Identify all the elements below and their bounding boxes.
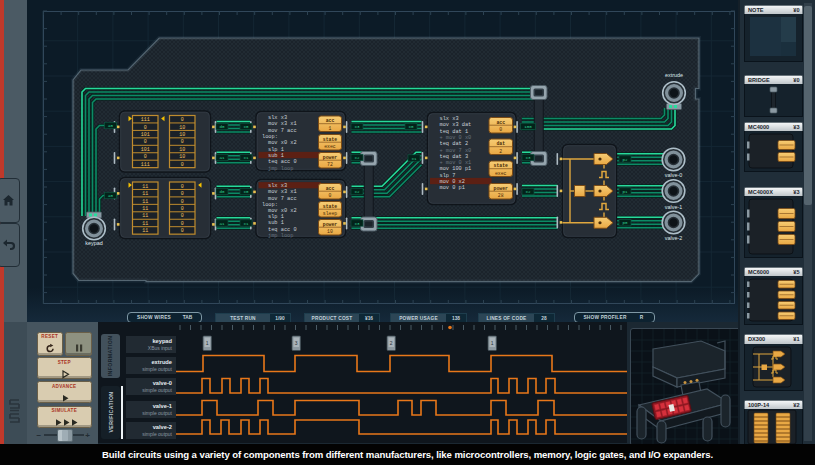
svg-text:0: 0 bbox=[499, 127, 502, 132]
svg-text:loop:: loop: bbox=[262, 134, 278, 140]
svg-text:keypad: keypad bbox=[85, 240, 102, 246]
svg-text:jmp loop: jmp loop bbox=[268, 233, 293, 239]
svg-text:x0: x0 bbox=[243, 190, 249, 194]
svg-text:11: 11 bbox=[142, 199, 148, 205]
svg-text:0: 0 bbox=[181, 184, 184, 190]
svg-text:0: 0 bbox=[181, 191, 184, 197]
svg-text:0: 0 bbox=[181, 213, 184, 219]
svg-text:p0: p0 bbox=[622, 221, 628, 225]
svg-text:10: 10 bbox=[179, 147, 185, 153]
svg-text:x3: x3 bbox=[354, 222, 360, 226]
svg-text:x2: x2 bbox=[354, 190, 360, 194]
svg-text:1: 1 bbox=[206, 340, 209, 346]
svg-text:mov x0 x2: mov x0 x2 bbox=[268, 140, 297, 146]
svg-text:sleep: sleep bbox=[323, 211, 338, 216]
svg-text:exec: exec bbox=[495, 171, 507, 176]
svg-text:0: 0 bbox=[181, 199, 184, 205]
svg-text:state: state bbox=[323, 204, 338, 209]
svg-text:p1: p1 bbox=[622, 190, 628, 194]
svg-text:slx x3: slx x3 bbox=[440, 116, 459, 122]
svg-text:111: 111 bbox=[141, 162, 150, 168]
svg-text:sub 1: sub 1 bbox=[268, 153, 284, 159]
svg-text:power: power bbox=[323, 222, 338, 227]
svg-text:slx x3: slx x3 bbox=[268, 183, 287, 189]
svg-text:mov x3 x1: mov x3 x1 bbox=[268, 189, 297, 195]
svg-text:slp 1: slp 1 bbox=[268, 214, 284, 220]
svg-text:slp 1: slp 1 bbox=[268, 147, 284, 153]
svg-text:teq dat 2: teq dat 2 bbox=[440, 141, 469, 147]
svg-text:acc: acc bbox=[326, 118, 335, 123]
svg-text:111: 111 bbox=[141, 117, 150, 123]
svg-text:x0: x0 bbox=[243, 125, 249, 129]
svg-text:2: 2 bbox=[390, 340, 393, 346]
svg-text:11: 11 bbox=[142, 206, 148, 212]
svg-text:mov x0 x2: mov x0 x2 bbox=[268, 208, 297, 214]
svg-text:p2: p2 bbox=[622, 158, 628, 162]
svg-text:101: 101 bbox=[141, 132, 150, 138]
svg-text:loop:: loop: bbox=[262, 202, 278, 208]
svg-text:0: 0 bbox=[144, 154, 147, 160]
svg-text:a0: a0 bbox=[108, 124, 114, 128]
svg-text:+ mov 0 x1: + mov 0 x1 bbox=[440, 160, 472, 166]
svg-text:100: 100 bbox=[524, 125, 532, 129]
svg-text:d0: d0 bbox=[219, 125, 225, 129]
svg-text:101: 101 bbox=[141, 147, 150, 153]
svg-text:0: 0 bbox=[181, 206, 184, 212]
svg-text:slx x3: slx x3 bbox=[268, 115, 287, 121]
svg-text:slp 7: slp 7 bbox=[440, 173, 456, 179]
svg-text:mov x3 x1: mov x3 x1 bbox=[268, 121, 297, 127]
svg-text:mov 7 acc: mov 7 acc bbox=[268, 128, 297, 134]
svg-text:0: 0 bbox=[181, 221, 184, 227]
svg-text:0: 0 bbox=[144, 125, 147, 131]
svg-text:+ mov 0 x0: + mov 0 x0 bbox=[440, 135, 472, 141]
svg-text:11: 11 bbox=[142, 221, 148, 227]
svg-text:exec: exec bbox=[324, 144, 336, 149]
svg-text:mov 0 x2: mov 0 x2 bbox=[440, 179, 465, 185]
svg-text:mov x3 dat: mov x3 dat bbox=[440, 122, 472, 128]
svg-text:teq acc 0: teq acc 0 bbox=[268, 159, 297, 165]
svg-text:+ mov 7 x0: + mov 7 x0 bbox=[440, 148, 472, 154]
svg-text:10: 10 bbox=[179, 154, 185, 160]
svg-text:a1: a1 bbox=[219, 156, 225, 160]
svg-text:x0: x0 bbox=[408, 125, 414, 129]
svg-text:11: 11 bbox=[142, 191, 148, 197]
svg-text:x2: x2 bbox=[354, 156, 360, 160]
svg-text:teq dat 1: teq dat 1 bbox=[440, 129, 469, 135]
svg-text:mov 7 acc: mov 7 acc bbox=[268, 196, 297, 202]
svg-text:1: 1 bbox=[329, 126, 332, 131]
svg-text:11: 11 bbox=[142, 184, 148, 190]
svg-text:state: state bbox=[323, 137, 338, 142]
svg-text:3: 3 bbox=[295, 340, 298, 346]
svg-text:jmp loop: jmp loop bbox=[268, 166, 293, 172]
svg-text:state: state bbox=[494, 163, 509, 168]
svg-text:72: 72 bbox=[327, 162, 333, 167]
svg-text:valve-1: valve-1 bbox=[665, 204, 682, 210]
svg-text:teq acc 0: teq acc 0 bbox=[268, 227, 297, 233]
svg-text:x1: x1 bbox=[411, 157, 417, 161]
svg-text:x3: x3 bbox=[525, 156, 531, 160]
svg-text:a1: a1 bbox=[219, 222, 225, 226]
svg-text:mov 0 p1: mov 0 p1 bbox=[440, 185, 465, 191]
svg-text:1: 1 bbox=[491, 340, 494, 346]
svg-text:valve-0: valve-0 bbox=[665, 172, 682, 178]
svg-text:0: 0 bbox=[181, 117, 184, 123]
svg-text:power: power bbox=[323, 155, 338, 160]
svg-text:a0: a0 bbox=[108, 194, 114, 198]
svg-text:power: power bbox=[494, 186, 509, 191]
svg-text:11: 11 bbox=[142, 213, 148, 219]
svg-text:0: 0 bbox=[181, 162, 184, 168]
svg-text:x2: x2 bbox=[525, 190, 531, 194]
svg-text:10: 10 bbox=[327, 229, 333, 234]
svg-text:2: 2 bbox=[499, 149, 502, 154]
svg-text:11: 11 bbox=[142, 228, 148, 234]
svg-text:x1: x1 bbox=[243, 222, 249, 226]
svg-text:mov 100 p1: mov 100 p1 bbox=[440, 166, 472, 172]
svg-text:acc: acc bbox=[496, 120, 505, 125]
svg-text:10: 10 bbox=[179, 125, 185, 131]
svg-text:acc: acc bbox=[326, 186, 335, 191]
svg-text:x3: x3 bbox=[354, 125, 360, 129]
svg-text:0: 0 bbox=[144, 139, 147, 145]
svg-text:10: 10 bbox=[179, 132, 185, 138]
svg-text:teq dat 3: teq dat 3 bbox=[440, 154, 469, 160]
svg-text:extrude: extrude bbox=[665, 72, 683, 78]
